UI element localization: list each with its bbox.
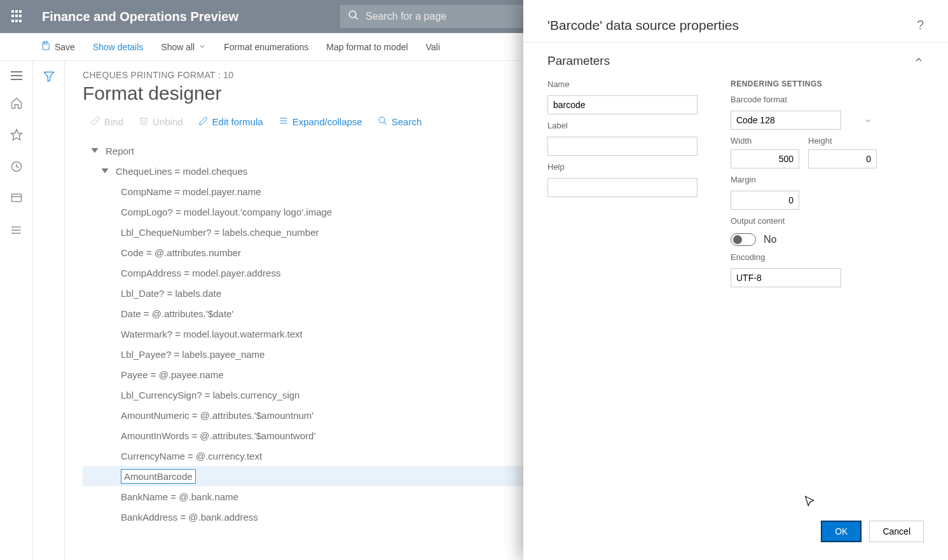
panel-title: 'Barcode' data source properties [547,18,739,33]
section-title: Parameters [547,54,610,68]
modules-icon[interactable] [10,224,23,239]
rendering-heading: RENDERING SETTINGS [731,79,877,88]
filter-column [33,61,65,560]
trash-icon [139,116,149,128]
validate-button[interactable]: Vali [426,42,440,52]
caret-down-icon [92,146,100,156]
save-icon [41,41,51,53]
barcode-format-label: Barcode format [731,95,877,104]
filter-icon[interactable] [43,70,55,560]
chevron-down-icon [864,116,872,127]
save-label: Save [55,42,75,52]
show-all-button[interactable]: Show all [161,42,206,52]
recent-icon[interactable] [10,160,23,175]
caret-down-icon [102,166,111,177]
list-icon [278,116,289,128]
edit-formula-button[interactable]: Edit formula [198,116,263,128]
home-icon[interactable] [10,97,23,112]
link-icon [90,116,100,128]
svg-point-11 [11,230,12,231]
barcode-format-select[interactable] [731,111,841,130]
format-enumerations-button[interactable]: Format enumerations [224,42,308,52]
help-input[interactable] [547,178,697,197]
svg-marker-3 [11,130,22,140]
map-format-button[interactable]: Map format to model [326,42,408,52]
search-icon [348,10,359,24]
properties-panel: 'Barcode' data source properties ? Param… [523,0,948,560]
star-icon[interactable] [10,128,23,144]
label-input[interactable] [547,137,697,156]
svg-marker-20 [102,168,108,173]
svg-rect-5 [11,194,21,201]
app-launcher-icon[interactable] [9,8,27,25]
width-label: Width [731,136,799,146]
unbind-button[interactable]: Unbind [139,116,183,128]
output-content-toggle[interactable] [731,233,756,246]
name-label: Name [547,79,697,89]
svg-point-12 [11,233,12,234]
nav-rail [0,61,33,560]
chevron-down-icon [198,42,206,52]
svg-point-17 [379,117,385,123]
margin-label: Margin [731,175,877,184]
encoding-label: Encoding [731,252,877,262]
height-input[interactable] [808,149,877,168]
label-label: Label [547,121,697,130]
svg-line-1 [355,17,358,20]
output-content-label: Output content [731,216,877,226]
name-input[interactable] [547,95,697,114]
output-content-value: No [764,234,776,245]
pencil-icon [198,116,209,128]
search-button[interactable]: Search [378,116,422,128]
show-details-button[interactable]: Show details [93,42,143,52]
save-button[interactable]: Save [41,41,75,53]
svg-marker-19 [92,148,98,153]
width-input[interactable] [731,149,799,168]
cancel-button[interactable]: Cancel [869,521,924,542]
search-icon [378,116,388,128]
chevron-up-icon [914,55,924,67]
bind-button[interactable]: Bind [90,116,123,128]
expand-collapse-button[interactable]: Expand/collapse [278,116,362,128]
help-label: Help [547,162,697,172]
margin-input[interactable] [731,191,799,210]
menu-icon[interactable] [11,71,22,80]
help-icon[interactable]: ? [917,18,924,32]
workspace-icon[interactable] [10,192,23,207]
parameters-section-toggle[interactable]: Parameters [547,54,924,68]
brand-title: Finance and Operations Preview [42,10,238,24]
svg-line-18 [384,122,387,125]
svg-marker-13 [44,72,53,81]
svg-point-0 [349,11,356,18]
svg-point-10 [11,227,12,228]
ok-button[interactable]: OK [821,521,862,542]
height-label: Height [808,136,877,146]
svg-rect-2 [44,42,47,44]
encoding-input[interactable] [731,268,841,287]
